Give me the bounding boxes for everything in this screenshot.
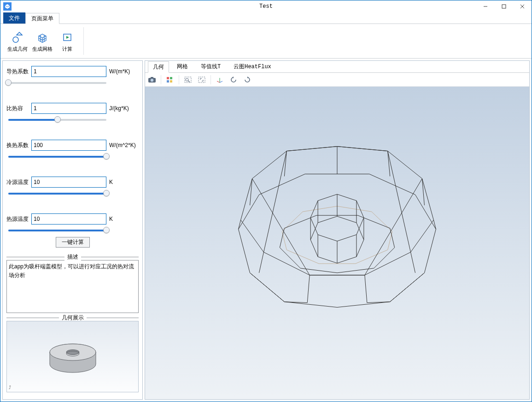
viewport-toolbar bbox=[145, 73, 529, 87]
description-legend: 描述 bbox=[64, 253, 81, 261]
svg-rect-13 bbox=[151, 77, 153, 78]
menu-file[interactable]: 文件 bbox=[3, 12, 25, 24]
svg-rect-16 bbox=[170, 77, 172, 79]
geometry-preview[interactable]: ⤴ bbox=[6, 321, 139, 392]
svg-line-38 bbox=[239, 220, 241, 229]
zoom-window-icon[interactable] bbox=[197, 75, 207, 85]
content-area: 导热系数 W/(m*K) 比热容 J/(kg*K) 换热系数 W/(m^2*K) bbox=[0, 59, 532, 402]
svg-marker-7 bbox=[66, 36, 69, 39]
hot-temp-unit: K bbox=[109, 216, 139, 222]
play-icon bbox=[60, 30, 75, 45]
thermal-conductivity-unit: W/(m*K) bbox=[109, 68, 139, 75]
app-icon bbox=[3, 2, 12, 11]
svg-line-34 bbox=[411, 252, 415, 273]
svg-line-40 bbox=[284, 151, 286, 177]
thermal-conductivity-label: 导热系数 bbox=[6, 68, 31, 76]
viewport-panel: 几何 网格 等值线T 云图HeatFlux bbox=[145, 60, 530, 400]
rotate-right-icon[interactable] bbox=[242, 75, 252, 85]
hot-temp-input[interactable] bbox=[31, 213, 106, 225]
svg-line-24 bbox=[217, 81, 220, 83]
plot-options-icon[interactable] bbox=[165, 75, 175, 85]
window-title: Test bbox=[259, 3, 273, 10]
svg-point-14 bbox=[151, 78, 153, 81]
heat-transfer-coef-input[interactable] bbox=[31, 140, 106, 151]
zoom-extents-icon[interactable] bbox=[183, 75, 193, 85]
titlebar: Test bbox=[0, 0, 532, 12]
camera-icon[interactable] bbox=[147, 75, 157, 85]
specific-heat-input[interactable] bbox=[31, 103, 106, 114]
heat-transfer-coef-unit: W/(m^2*K) bbox=[109, 142, 139, 148]
heat-transfer-coef-label: 换热系数 bbox=[6, 142, 31, 149]
svg-line-57 bbox=[286, 147, 337, 151]
svg-rect-17 bbox=[167, 80, 169, 83]
tab-heatflux[interactable]: 云图HeatFlux bbox=[228, 61, 276, 72]
3d-viewport[interactable] bbox=[145, 87, 529, 399]
svg-rect-22 bbox=[199, 77, 205, 83]
tab-mesh[interactable]: 网格 bbox=[172, 61, 193, 72]
specific-heat-label: 比热容 bbox=[6, 105, 31, 112]
description-fieldset: 描述 此app为吸杆端盖模型，可以进行对应工况的热对流场分析 bbox=[6, 257, 139, 313]
heat-transfer-coef-slider[interactable] bbox=[8, 156, 106, 158]
rotate-left-icon[interactable] bbox=[228, 75, 239, 85]
svg-line-62 bbox=[250, 273, 285, 302]
svg-point-5 bbox=[13, 37, 18, 42]
maximize-button[interactable] bbox=[495, 0, 513, 12]
svg-line-37 bbox=[259, 252, 264, 273]
svg-rect-1 bbox=[502, 5, 506, 8]
thermal-conductivity-input[interactable] bbox=[31, 66, 106, 77]
cold-temp-slider[interactable] bbox=[8, 193, 106, 195]
one-click-compute-button[interactable]: 一键计算 bbox=[56, 237, 90, 248]
ribbon-separator bbox=[83, 27, 84, 55]
specific-heat-unit: J/(kg*K) bbox=[109, 105, 139, 112]
svg-line-33 bbox=[433, 220, 436, 229]
menu-page[interactable]: 页面菜单 bbox=[25, 13, 59, 24]
cold-temp-label: 冷源温度 bbox=[6, 178, 31, 186]
svg-line-36 bbox=[307, 275, 310, 303]
tab-isoline[interactable]: 等值线T bbox=[196, 61, 226, 72]
svg-line-35 bbox=[365, 275, 367, 303]
svg-rect-18 bbox=[170, 80, 172, 83]
geometry-preview-fieldset: 几何展示 ⤴ bbox=[6, 318, 139, 392]
cold-temp-input[interactable] bbox=[31, 177, 106, 188]
minimize-button[interactable] bbox=[476, 0, 495, 12]
mesh-icon bbox=[35, 30, 50, 45]
close-button[interactable] bbox=[513, 0, 532, 12]
main-menu: 文件 页面菜单 bbox=[0, 12, 532, 24]
ribbon: 生成几何 生成网格 计算 bbox=[0, 24, 532, 59]
generate-mesh-button[interactable]: 生成网格 bbox=[31, 27, 54, 55]
parameters-panel: 导热系数 W/(m*K) 比热容 J/(kg*K) 换热系数 W/(m^2*K) bbox=[2, 60, 143, 400]
svg-line-25 bbox=[220, 81, 222, 83]
svg-point-10 bbox=[66, 349, 79, 355]
svg-line-21 bbox=[188, 81, 190, 82]
specific-heat-slider[interactable] bbox=[8, 119, 106, 121]
tab-geometry[interactable]: 几何 bbox=[148, 61, 169, 73]
geometry-icon bbox=[10, 30, 25, 45]
axis-view-icon[interactable] bbox=[215, 75, 225, 85]
hot-temp-slider[interactable] bbox=[8, 230, 106, 231]
svg-rect-15 bbox=[167, 77, 169, 79]
hot-temp-label: 热源温度 bbox=[6, 215, 31, 223]
svg-line-58 bbox=[337, 147, 388, 151]
description-text: 此app为吸杆端盖模型，可以进行对应工况的热对流场分析 bbox=[6, 260, 139, 313]
generate-geometry-button[interactable]: 生成几何 bbox=[6, 27, 29, 55]
svg-line-63 bbox=[390, 273, 425, 302]
compute-button-ribbon[interactable]: 计算 bbox=[56, 27, 79, 55]
triad-mini-icon: ⤴ bbox=[9, 385, 11, 390]
cold-temp-unit: K bbox=[109, 179, 139, 185]
viewport-tabs: 几何 网格 等值线T 云图HeatFlux bbox=[145, 61, 529, 73]
svg-line-31 bbox=[388, 151, 390, 177]
svg-marker-4 bbox=[17, 32, 22, 35]
thermal-conductivity-slider[interactable] bbox=[8, 82, 106, 84]
